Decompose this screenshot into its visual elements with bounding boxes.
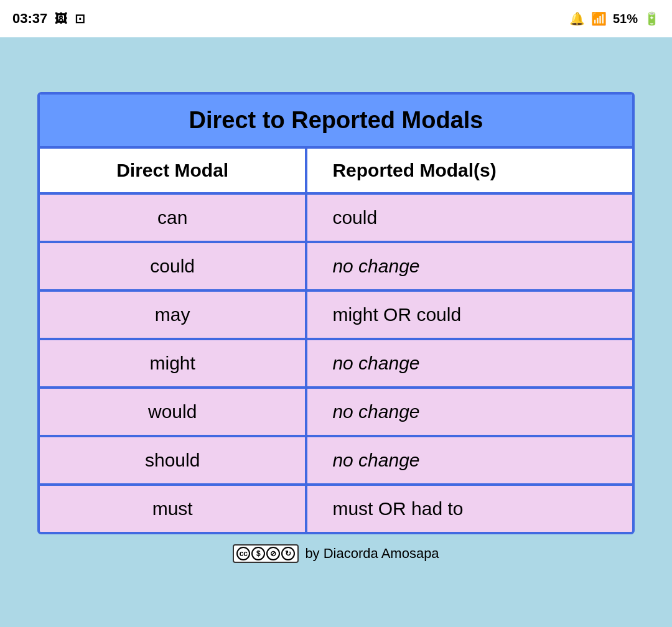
reported-modal-cell: no change — [306, 388, 632, 436]
direct-modal-cell: may — [40, 290, 306, 339]
direct-modal-cell: can — [40, 193, 306, 242]
nc-icon: ⊘ — [266, 547, 280, 560]
table-row: couldno change — [40, 242, 632, 290]
cc-icon: cc — [236, 547, 250, 560]
direct-modal-cell: might — [40, 339, 306, 388]
table-row: wouldno change — [40, 388, 632, 436]
battery-icon: 🔋 — [644, 11, 660, 26]
caption-icon: ⊡ — [75, 11, 85, 26]
time-display: 03:37 — [12, 11, 47, 27]
status-bar: 03:37 🖼 ⊡ 🔔 📶 51% 🔋 — [0, 0, 672, 37]
modal-card: Direct to Reported Modals Direct Modal R… — [37, 92, 635, 534]
table-header-row: Direct Modal Reported Modal(s) — [40, 149, 632, 193]
reported-modal-cell: could — [306, 193, 632, 242]
sa-icon: ↻ — [281, 547, 295, 560]
status-right: 🔔 📶 51% 🔋 — [569, 11, 660, 26]
col2-header: Reported Modal(s) — [306, 149, 632, 193]
col1-header: Direct Modal — [40, 149, 306, 193]
image-icon: 🖼 — [55, 12, 67, 26]
table-row: mightno change — [40, 339, 632, 388]
table-row: shouldno change — [40, 436, 632, 485]
reported-modal-cell: no change — [306, 339, 632, 388]
table-row: mustmust OR had to — [40, 485, 632, 532]
direct-modal-cell: must — [40, 485, 306, 532]
modal-table: Direct Modal Reported Modal(s) cancouldc… — [40, 149, 632, 532]
cc-license-badge: cc $ ⊘ ↻ — [233, 544, 299, 563]
footer-credit: by Diacorda Amosapa — [305, 546, 439, 562]
direct-modal-cell: should — [40, 436, 306, 485]
content-area: Direct to Reported Modals Direct Modal R… — [0, 37, 672, 627]
table-title: Direct to Reported Modals — [40, 95, 632, 149]
wifi-icon: 📶 — [591, 11, 607, 26]
battery-percent: 51% — [613, 12, 638, 26]
footer: cc $ ⊘ ↻ by Diacorda Amosapa — [223, 534, 449, 573]
table-row: cancould — [40, 193, 632, 242]
reported-modal-cell: no change — [306, 242, 632, 290]
reported-modal-cell: no change — [306, 436, 632, 485]
direct-modal-cell: could — [40, 242, 306, 290]
table-row: maymight OR could — [40, 290, 632, 339]
by-icon: $ — [251, 547, 265, 560]
status-left: 03:37 🖼 ⊡ — [12, 11, 85, 27]
reported-modal-cell: must OR had to — [306, 485, 632, 532]
reported-modal-cell: might OR could — [306, 290, 632, 339]
alarm-icon: 🔔 — [569, 11, 585, 26]
direct-modal-cell: would — [40, 388, 306, 436]
